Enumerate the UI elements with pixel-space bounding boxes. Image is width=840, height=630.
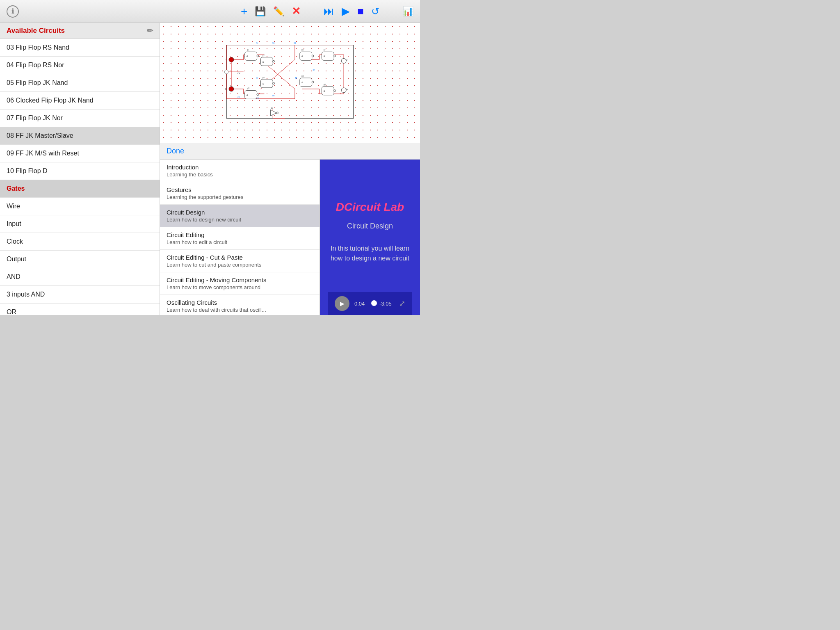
circuit-item-07[interactable]: 07 Flip Flop JK Nor: [0, 110, 160, 127]
svg-point-79: [224, 70, 228, 74]
video-circuit-title: Circuit Design: [347, 222, 393, 231]
tutorial-item-title: Circuit Editing: [167, 231, 313, 238]
circuit-item-06[interactable]: 06 Clocked Flip Flop JK Nand: [0, 92, 160, 110]
tutorial-item-introduction[interactable]: Introduction Learning the basics: [160, 160, 320, 182]
svg-text:5: 5: [256, 42, 258, 44]
tutorial-item-title: Introduction: [167, 164, 313, 171]
svg-point-35: [257, 94, 259, 96]
gate-and[interactable]: AND: [0, 268, 160, 286]
svg-text:&: &: [262, 61, 264, 63]
gate-output[interactable]: Output: [0, 251, 160, 268]
svg-text:g1: g1: [247, 49, 250, 51]
svg-text:g3: g3: [247, 87, 250, 89]
main-content: Available Circuits ✏ 03 Flip Flop RS Nan…: [0, 23, 420, 315]
svg-point-47: [312, 81, 314, 83]
expand-button[interactable]: ⤢: [399, 299, 405, 308]
svg-point-62: [341, 58, 346, 63]
video-description: In this tutorial you will learn how to d…: [331, 244, 409, 263]
svg-text:Qb: Qb: [345, 88, 348, 91]
toolbar: ℹ + 💾 ✏️ ✕ ⏭ ▶ ■ ↺ 📊: [0, 0, 420, 23]
tutorial-item-subtitle: Learn how to cut and paste components: [167, 262, 313, 268]
edit-icon[interactable]: ✏: [147, 26, 153, 35]
tutorial-content: Introduction Learning the basics Gesture…: [160, 160, 420, 315]
gate-or[interactable]: OR: [0, 304, 160, 315]
video-app-title: DCircuit Lab: [336, 201, 404, 214]
svg-point-55: [334, 90, 336, 92]
svg-text:CK: CK: [237, 72, 241, 75]
tutorial-item-subtitle: Learn how to move components around: [167, 284, 313, 290]
svg-text:&: &: [301, 55, 303, 57]
svg-text:g2: g2: [262, 55, 265, 57]
tutorial-item-cut-paste[interactable]: Circuit Editing - Cut & Paste Learn how …: [160, 250, 320, 272]
tutorial-item-title: Circuit Design: [167, 209, 313, 216]
tutorial-item-oscillating[interactable]: Oscillating Circuits Learn how to deal w…: [160, 295, 320, 315]
svg-point-27: [257, 55, 259, 57]
stop-button[interactable]: ■: [357, 5, 364, 18]
svg-text:68: 68: [294, 42, 296, 44]
tutorial-item-gestures[interactable]: Gestures Learning the supported gestures: [160, 182, 320, 205]
svg-text:g8: g8: [324, 84, 326, 86]
video-play-button[interactable]: ▶: [335, 296, 349, 311]
svg-text:K: K: [225, 88, 227, 90]
svg-text:37: 37: [313, 69, 315, 71]
video-progress-bar[interactable]: [374, 303, 374, 304]
video-current-time: 0:04: [354, 301, 369, 307]
svg-text:g0: g0: [271, 107, 274, 109]
circuit-diagram: & g1 & g2 & g3 & g4 &: [160, 23, 420, 143]
refresh-button[interactable]: ↺: [371, 6, 379, 17]
sidebar: Available Circuits ✏ 03 Flip Flop RS Nan…: [0, 23, 160, 315]
svg-text:16: 16: [237, 96, 240, 98]
gate-clock[interactable]: Clock: [0, 233, 160, 251]
available-circuits-header: Available Circuits ✏: [0, 23, 160, 39]
tutorial-video: DCircuit Lab Circuit Design In this tuto…: [320, 160, 420, 315]
tutorial-item-subtitle: Learning the supported gestures: [167, 194, 313, 200]
video-controls: ▶ 0:04 -3:05 ⤢: [328, 292, 412, 315]
svg-text:g5: g5: [301, 49, 304, 51]
svg-text:15: 15: [256, 97, 259, 99]
circuit-item-08[interactable]: 08 FF JK Master/Slave: [0, 127, 160, 145]
gate-wire[interactable]: Wire: [0, 198, 160, 215]
svg-text:&: &: [262, 82, 264, 85]
circuit-canvas[interactable]: & g1 & g2 & g3 & g4 &: [160, 23, 420, 143]
delete-button[interactable]: ✕: [292, 5, 301, 18]
tutorial-item-subtitle: Learn how to deal with circuits that osc…: [167, 307, 313, 313]
tutorial-item-title: Gestures: [167, 186, 313, 193]
svg-text:&: &: [324, 55, 325, 57]
gates-header: Gates: [0, 180, 160, 198]
save-button[interactable]: 💾: [255, 6, 266, 17]
svg-point-61: [229, 87, 234, 91]
tutorial-item-subtitle: Learn how to design new circuit: [167, 217, 313, 223]
svg-point-31: [273, 60, 275, 62]
svg-point-43: [312, 55, 314, 57]
svg-text:&: &: [324, 90, 325, 92]
skip-end-button[interactable]: ⏭: [324, 5, 334, 18]
done-button[interactable]: Done: [167, 147, 184, 155]
circuit-item-03[interactable]: 03 Flip Flop RS Nand: [0, 39, 160, 57]
svg-point-51: [334, 55, 336, 57]
gate-input[interactable]: Input: [0, 215, 160, 233]
stats-button[interactable]: 📊: [402, 6, 413, 17]
svg-text:Q: Q: [346, 59, 347, 61]
circuit-item-09[interactable]: 09 FF JK M/S with Reset: [0, 145, 160, 162]
svg-text:&: &: [247, 55, 248, 57]
add-button[interactable]: +: [241, 5, 247, 18]
svg-text:90: 90: [272, 95, 275, 97]
tutorial-item-subtitle: Learning the basics: [167, 171, 313, 178]
svg-text:g7: g7: [324, 49, 326, 51]
play-button[interactable]: ▶: [342, 5, 350, 18]
tutorial-done-bar: Done: [160, 143, 420, 160]
circuit-item-05[interactable]: 05 Flip Flop JK Nand: [0, 74, 160, 92]
info-icon: ℹ: [11, 7, 14, 15]
available-circuits-label: Available Circuits: [7, 27, 65, 35]
gate-3inputs-and[interactable]: 3 inputs AND: [0, 286, 160, 304]
svg-text:g6: g6: [301, 75, 304, 77]
svg-point-60: [229, 57, 234, 62]
tutorial-item-moving[interactable]: Circuit Editing - Moving Components Lear…: [160, 272, 320, 295]
edit-button[interactable]: ✏️: [273, 6, 284, 17]
info-button[interactable]: ℹ: [7, 5, 19, 18]
circuit-item-04[interactable]: 04 Flip Flop RS Nor: [0, 57, 160, 74]
svg-point-39: [273, 82, 275, 84]
tutorial-item-circuit-design[interactable]: Circuit Design Learn how to design new c…: [160, 205, 320, 227]
tutorial-item-circuit-editing[interactable]: Circuit Editing Learn how to edit a circ…: [160, 227, 320, 250]
circuit-item-10[interactable]: 10 Flip Flop D: [0, 162, 160, 180]
